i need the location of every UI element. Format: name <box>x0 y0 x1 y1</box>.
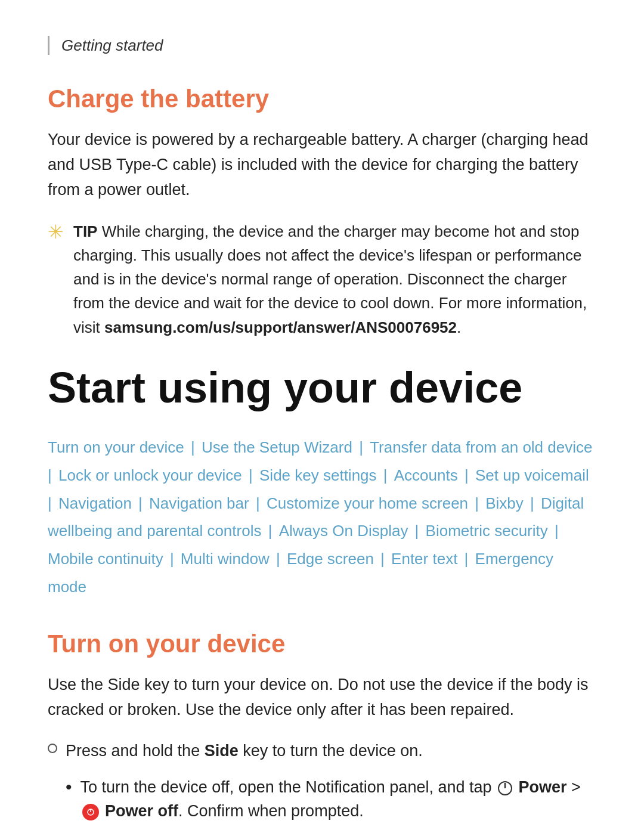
nav-link-edge-screen[interactable]: Edge screen <box>287 550 374 568</box>
charge-tip-end: . <box>457 318 461 336</box>
bullet-press-hold-text: Press and hold the Side key to turn the … <box>66 739 423 763</box>
charge-tip-link: samsung.com/us/support/answer/ANS0007695… <box>104 318 457 336</box>
nav-link-multi-window[interactable]: Multi window <box>181 550 270 568</box>
charge-body-text: Your device is powered by a rechargeable… <box>48 128 596 203</box>
charge-section-title: Charge the battery <box>48 85 596 113</box>
nav-link-side-key[interactable]: Side key settings <box>259 466 377 484</box>
nav-link-voicemail[interactable]: Set up voicemail <box>475 466 589 484</box>
nav-link-nav-bar[interactable]: Navigation bar <box>149 494 249 512</box>
power-off-icon <box>86 808 95 816</box>
header-section: Getting started <box>48 36 596 55</box>
nav-link-navigation[interactable]: Navigation <box>58 494 132 512</box>
turn-on-body: Use the Side key to turn your device on.… <box>48 673 596 723</box>
bullet-dot-1: • <box>66 775 72 798</box>
nav-link-always-on[interactable]: Always On Display <box>279 522 408 540</box>
tip-label: TIP <box>73 222 97 240</box>
nav-links-container: Turn on your device | Use the Setup Wiza… <box>48 433 596 601</box>
nav-link-mobile-continuity[interactable]: Mobile continuity <box>48 550 163 568</box>
nav-link-accounts[interactable]: Accounts <box>394 466 458 484</box>
charge-tip-text: TIP While charging, the device and the c… <box>73 219 596 339</box>
power-off-red-badge <box>82 804 99 820</box>
charge-tip-box: ✳ TIP While charging, the device and the… <box>48 219 596 339</box>
sub-bullet-power-off: • To turn the device off, open the Notif… <box>66 775 596 823</box>
nav-link-home-screen[interactable]: Customize your home screen <box>267 494 468 512</box>
charge-section: Charge the battery Your device is powere… <box>48 85 596 339</box>
tip-icon: ✳ <box>48 221 64 243</box>
turn-on-sub-bullets: • To turn the device off, open the Notif… <box>66 775 596 833</box>
power-off-label: Power off <box>105 802 178 820</box>
nav-link-transfer-data[interactable]: Transfer data from an old device <box>370 438 592 456</box>
turn-on-title: Turn on your device <box>48 630 596 658</box>
nav-link-turn-on[interactable]: Turn on your device <box>48 438 184 456</box>
circle-bullet-icon <box>48 744 57 753</box>
power-svg-icon-1 <box>497 781 513 796</box>
nav-link-biometric[interactable]: Biometric security <box>426 522 548 540</box>
nav-link-bixby[interactable]: Bixby <box>485 494 524 512</box>
bullet-item-press-hold: Press and hold the Side key to turn the … <box>48 739 596 763</box>
bold-side-key: Side <box>205 742 239 760</box>
main-page-title: Start using your device <box>48 363 596 412</box>
sub-bullet-power-off-text: To turn the device off, open the Notific… <box>80 775 596 823</box>
nav-link-setup-wizard[interactable]: Use the Setup Wizard <box>202 438 352 456</box>
turn-on-section: Turn on your device Use the Side key to … <box>48 630 596 833</box>
header-label: Getting started <box>61 36 163 54</box>
power-label-1: Power <box>519 778 567 796</box>
turn-on-bullets: Press and hold the Side key to turn the … <box>48 739 596 763</box>
nav-link-enter-text[interactable]: Enter text <box>391 550 457 568</box>
nav-link-lock-unlock[interactable]: Lock or unlock your device <box>58 466 242 484</box>
